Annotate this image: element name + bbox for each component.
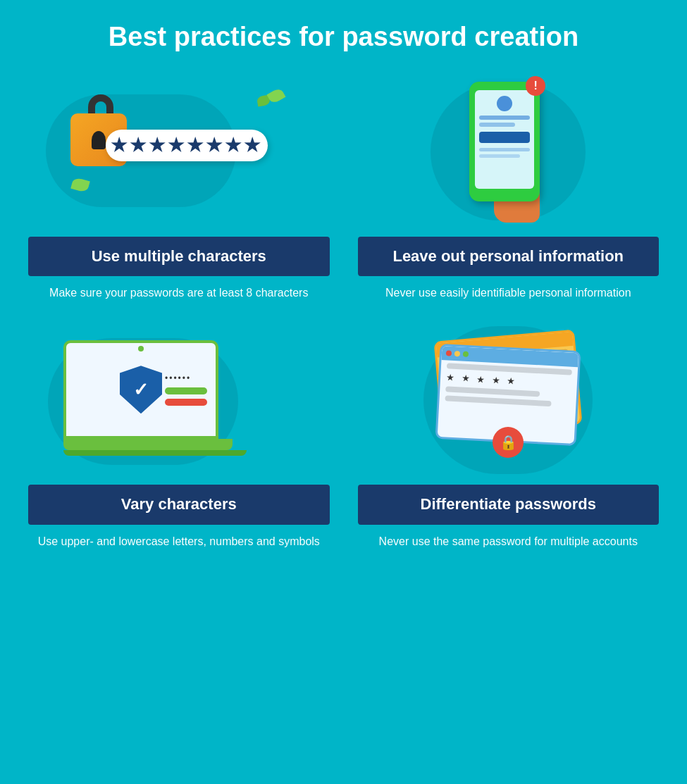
card-differentiate-passwords: ★ ★ ★ ★ ★ ★ ★ ★ ★ ★ (358, 323, 660, 550)
shield-icon: ✓ (120, 366, 162, 413)
card-use-multiple-characters: ★★★★★★★★ Use multiple characters Make su… (28, 75, 330, 302)
phone-icon: ! (469, 82, 540, 201)
cards-grid: ★★★★★★★★ Use multiple characters Make su… (28, 75, 659, 550)
illustration-lock-password: ★★★★★★★★ (28, 75, 330, 230)
card-description-leave-out-personal-info: Never use easily identifiable personal i… (385, 285, 631, 301)
phone-screen (475, 90, 534, 189)
password-dots: ★★★★★★★★ (111, 135, 263, 156)
card-vary-characters: ✓ •••••• Vary characters Use upper- and … (28, 323, 330, 550)
window-line (445, 396, 552, 407)
info-line (479, 116, 530, 120)
lock-icon: 🔒 (500, 434, 517, 451)
card-leave-out-personal-info: ! Leave out personal information Never u… (358, 75, 660, 302)
card-label-leave-out-personal-info: Leave out personal information (358, 237, 660, 277)
password-row: •••••• (165, 373, 207, 383)
window-line (445, 387, 540, 397)
win-dot-green (463, 351, 469, 357)
alert-badge: ! (526, 76, 545, 96)
laptop-screen: ✓ •••••• (63, 340, 218, 439)
page-title: Best practices for password creation (109, 21, 578, 54)
phone-camera (502, 85, 507, 90)
card-label-vary-characters: Vary characters (28, 485, 330, 525)
lock-badge-icon: 🔒 (493, 427, 524, 458)
illustration-multiple-windows: ★ ★ ★ ★ ★ ★ ★ ★ ★ ★ (358, 323, 660, 478)
strength-bar-red (165, 399, 207, 406)
window-content: ★ ★ ★ ★ ★ (439, 360, 578, 411)
card-description-use-multiple-characters: Make sure your passwords are at least 8 … (49, 285, 308, 301)
info-line (479, 123, 514, 127)
checkmark-icon: ✓ (133, 379, 149, 401)
laptop-camera (138, 346, 144, 351)
laptop-bottom (63, 450, 247, 456)
info-line (479, 148, 530, 151)
laptop-base (63, 439, 233, 450)
avatar-icon (497, 96, 512, 111)
card-description-vary-characters: Use upper- and lowercase letters, number… (38, 533, 320, 550)
laptop-icon: ✓ •••••• (63, 340, 240, 456)
strength-bar-green (165, 387, 207, 394)
card-description-differentiate-passwords: Never use the same password for multiple… (379, 533, 638, 550)
form-button (479, 132, 530, 143)
info-line (479, 154, 520, 158)
win-dot-red (446, 351, 452, 356)
illustration-phone: ! (358, 75, 660, 230)
card-label-use-multiple-characters: Use multiple characters (28, 237, 330, 277)
card-label-differentiate-passwords: Differentiate passwords (358, 485, 660, 525)
illustration-laptop-shield: ✓ •••••• (28, 323, 330, 478)
password-bar: ★★★★★★★★ (106, 130, 268, 161)
password-field-area: •••••• (165, 373, 207, 406)
lock-keyhole-icon (92, 131, 106, 149)
win-dot-yellow (454, 351, 460, 356)
